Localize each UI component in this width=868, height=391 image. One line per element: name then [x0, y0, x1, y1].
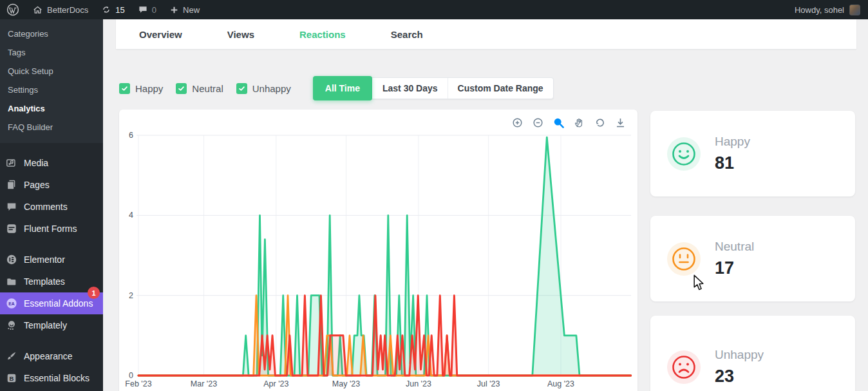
- essential-blocks-icon: B: [6, 372, 17, 384]
- checkbox-label: Happy: [135, 83, 163, 94]
- updates-icon: [101, 5, 111, 15]
- reactions-area-chart[interactable]: Feb '23Mar '23Apr '23May '23Jun '23Jul '…: [124, 129, 636, 390]
- svg-text:B: B: [10, 375, 14, 382]
- sidebar-item-essential-addons[interactable]: EA Essential Addons 1: [0, 292, 103, 314]
- svg-text:May '23: May '23: [332, 379, 360, 388]
- sidebar-item-pages[interactable]: Pages: [0, 174, 103, 196]
- admin-sidebar: Categories Tags Quick Setup Settings Ana…: [0, 19, 103, 391]
- sidebar-item-label: Templates: [24, 276, 65, 287]
- filter-row: Happy Neutral Unhappy All Time Last 30 D…: [119, 76, 554, 100]
- sidebar-item-tags[interactable]: Tags: [0, 43, 103, 62]
- comments-link[interactable]: 0: [131, 0, 163, 19]
- date-range-group: All Time Last 30 Days Custom Date Range: [313, 77, 554, 99]
- svg-text:Mar '23: Mar '23: [191, 379, 217, 388]
- essential-addons-badge: 1: [88, 287, 100, 299]
- analytics-tabbar: Overview Views Reactions Search: [116, 19, 856, 49]
- svg-text:6: 6: [129, 131, 133, 140]
- unhappy-summary-card: Unhappy 23: [650, 316, 855, 391]
- sidebar-item-analytics[interactable]: Analytics: [0, 99, 103, 118]
- templately-icon: [6, 319, 17, 331]
- updates-link[interactable]: 15: [95, 0, 131, 19]
- sidebar-item-label: Pages: [24, 180, 50, 190]
- zoom-in-icon[interactable]: [509, 115, 525, 130]
- reset-zoom-icon[interactable]: [591, 115, 608, 130]
- sidebar-item-label: Essential Blocks: [24, 373, 90, 383]
- checkbox-checked-icon: [236, 83, 247, 94]
- reactions-chart-card: Feb '23Mar '23Apr '23May '23Jun '23Jul '…: [119, 110, 637, 391]
- happy-face-icon: [666, 136, 702, 172]
- svg-text:Aug '23: Aug '23: [547, 379, 574, 388]
- checkbox-checked-icon: [176, 83, 187, 94]
- user-avatar[interactable]: [849, 5, 860, 15]
- sidebar-item-settings[interactable]: Settings: [0, 81, 103, 99]
- zoom-out-icon[interactable]: [529, 115, 546, 130]
- tab-views[interactable]: Views: [227, 29, 254, 40]
- sidebar-item-media[interactable]: Media: [0, 152, 103, 174]
- neutral-label: Neutral: [715, 240, 754, 254]
- elementor-icon: [6, 254, 17, 265]
- updates-count: 15: [115, 5, 124, 15]
- templates-folder-icon: [6, 276, 17, 287]
- all-time-button[interactable]: All Time: [313, 76, 372, 100]
- svg-text:2: 2: [129, 291, 133, 300]
- selection-zoom-icon[interactable]: [550, 115, 567, 130]
- site-name-link[interactable]: BetterDocs: [26, 0, 95, 19]
- essential-addons-icon: EA: [6, 298, 17, 309]
- svg-text:Jun '23: Jun '23: [406, 379, 431, 388]
- new-content-button[interactable]: New: [163, 0, 206, 19]
- unhappy-label: Unhappy: [715, 348, 764, 362]
- sidebar-item-templately[interactable]: Templately: [0, 314, 103, 336]
- checkbox-happy[interactable]: Happy: [119, 83, 163, 94]
- main-content: Overview Views Reactions Search Happy Ne…: [103, 19, 868, 391]
- download-icon[interactable]: [612, 115, 628, 130]
- admin-bar: BetterDocs 15 0 New Howdy, sohel: [0, 0, 868, 19]
- sidebar-item-quick-setup[interactable]: Quick Setup: [0, 62, 103, 81]
- checkbox-checked-icon: [119, 83, 130, 94]
- tab-overview[interactable]: Overview: [139, 29, 182, 40]
- sidebar-item-label: Elementor: [24, 254, 65, 265]
- comments-count: 0: [152, 5, 156, 15]
- site-name: BetterDocs: [47, 5, 88, 15]
- wordpress-menu[interactable]: [0, 0, 26, 19]
- checkbox-label: Unhappy: [252, 83, 291, 94]
- unhappy-face-icon: [666, 349, 702, 385]
- neutral-summary-card: Neutral 17: [650, 216, 855, 301]
- svg-text:Feb '23: Feb '23: [125, 379, 151, 388]
- custom-date-range-button[interactable]: Custom Date Range: [448, 78, 553, 99]
- sidebar-item-label: Comments: [24, 202, 68, 212]
- last-30-days-button[interactable]: Last 30 Days: [372, 78, 448, 99]
- neutral-count: 17: [715, 258, 754, 278]
- howdy-text[interactable]: Howdy, sohel: [795, 5, 844, 15]
- happy-summary-card: Happy 81: [650, 111, 855, 196]
- new-label: New: [183, 5, 200, 15]
- pages-icon: [6, 179, 17, 191]
- happy-label: Happy: [715, 135, 750, 149]
- neutral-face-icon: [666, 241, 702, 277]
- sidebar-item-elementor[interactable]: Elementor: [0, 249, 103, 271]
- chart-toolbar: [509, 115, 628, 130]
- pan-hand-icon[interactable]: [571, 115, 587, 130]
- svg-text:4: 4: [129, 211, 133, 220]
- sidebar-item-faq-builder[interactable]: FAQ Builder: [0, 118, 103, 137]
- sidebar-item-fluent-forms[interactable]: Fluent Forms: [0, 218, 103, 240]
- wordpress-logo-icon: [6, 3, 19, 16]
- tab-reactions[interactable]: Reactions: [299, 29, 346, 40]
- svg-text:Jul '23: Jul '23: [477, 379, 500, 388]
- checkbox-label: Neutral: [192, 83, 223, 94]
- sidebar-item-comments[interactable]: Comments: [0, 196, 103, 218]
- comments-bubble-icon: [138, 5, 148, 15]
- svg-text:Apr '23: Apr '23: [263, 379, 288, 388]
- media-icon: [6, 157, 17, 169]
- sidebar-item-essential-blocks[interactable]: B Essential Blocks: [0, 367, 103, 389]
- checkbox-unhappy[interactable]: Unhappy: [236, 83, 291, 94]
- sidebar-item-categories[interactable]: Categories: [0, 24, 103, 43]
- sidebar-item-templates[interactable]: Templates: [0, 271, 103, 292]
- sidebar-item-label: Media: [24, 158, 48, 168]
- sidebar-item-label: Appearance: [24, 351, 73, 361]
- tab-search[interactable]: Search: [391, 29, 423, 40]
- appearance-brush-icon: [6, 350, 17, 362]
- betterdocs-submenu: Categories Tags Quick Setup Settings Ana…: [0, 19, 103, 143]
- svg-text:0: 0: [129, 371, 133, 380]
- checkbox-neutral[interactable]: Neutral: [176, 83, 223, 94]
- sidebar-item-appearance[interactable]: Appearance: [0, 345, 103, 367]
